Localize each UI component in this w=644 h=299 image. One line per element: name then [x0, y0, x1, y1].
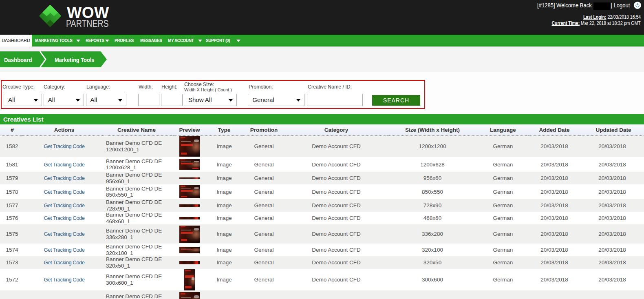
svg-text:Dashboard: Dashboard: [4, 56, 32, 63]
svg-text:Marketing Tools: Marketing Tools: [55, 56, 95, 63]
